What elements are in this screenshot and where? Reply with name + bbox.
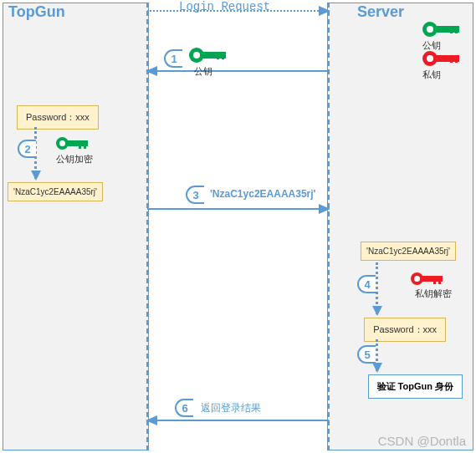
step6-label: 返回登录结果 [201,401,261,415]
arrow-step1 [147,70,329,72]
key-icon [56,137,88,150]
step3-label: 'NzaC1yc2EAAAA35rj' [210,188,315,200]
step-6-badge: 6 [175,399,193,417]
watermark: CSDN @Dontla [378,434,466,448]
step-3-badge: 3 [186,186,204,204]
step1-key-label: 公钥 [194,65,212,78]
password-box-server: Password：xxx [364,318,446,342]
key-icon [422,22,459,37]
login-request-label: Login Request [179,0,270,13]
encrypted-server: 'NzaC1yc2EAAAA35rj' [361,242,456,261]
server-title: Server [357,3,404,21]
step2-label: 公钥加密 [56,153,93,165]
step4-label: 私钥解密 [415,288,452,300]
arrow-step3 [147,208,329,210]
key-icon [411,272,443,285]
arrow-step4 [376,262,378,314]
step-5-badge: 5 [357,345,376,364]
verify-box: 验证 TopGun 身份 [368,374,463,399]
server-private-key-label: 私钥 [422,69,441,81]
server-public-key-label: 公钥 [422,39,441,52]
arrow-step5 [376,339,378,371]
key-icon [422,51,459,66]
arrow-step6 [147,420,329,421]
server-private-key [422,51,459,66]
encrypted-client: 'NzaC1yc2EAAAA35rj' [8,182,103,201]
password-box-client: Password：xxx [17,105,99,130]
step-2-badge: 2 [18,140,36,158]
step-1-badge: 1 [164,49,182,68]
server-public-key [422,22,459,37]
client-column [3,3,149,450]
step4-key [411,272,443,285]
step1-key [189,48,226,63]
step2-key [56,137,88,150]
client-title: TopGun [8,3,65,21]
key-icon [189,48,226,63]
step-4-badge: 4 [357,275,376,293]
